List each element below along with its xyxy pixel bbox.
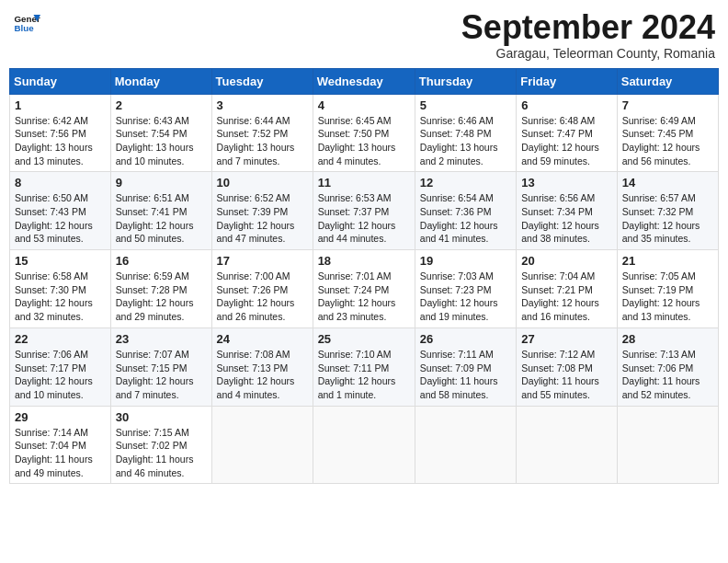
calendar-cell: 9Sunrise: 6:51 AMSunset: 7:41 PMDaylight… [110,172,211,250]
calendar-cell: 1Sunrise: 6:42 AMSunset: 7:56 PMDaylight… [10,94,111,172]
sunrise-label: Sunrise: 7:06 AM [15,349,88,360]
sunset-label: Sunset: 7:26 PM [217,284,289,295]
logo: General Blue [13,9,40,37]
sunset-label: Sunset: 7:02 PM [116,440,188,451]
cell-content: Sunrise: 6:44 AMSunset: 7:52 PMDaylight:… [217,114,308,168]
daylight-label: Daylight: 13 hours and 4 minutes. [318,142,396,167]
day-number: 3 [217,98,308,112]
location: Garagau, Teleorman County, Romania [461,46,715,61]
daylight-label: Daylight: 12 hours and 44 minutes. [318,220,396,245]
sunrise-label: Sunrise: 7:08 AM [217,349,290,360]
sunset-label: Sunset: 7:06 PM [622,362,694,373]
cell-content: Sunrise: 7:04 AMSunset: 7:21 PMDaylight:… [521,270,612,324]
calendar-week-row: 29Sunrise: 7:14 AMSunset: 7:04 PMDayligh… [10,406,719,484]
col-monday: Monday [110,68,211,94]
day-number: 18 [318,254,410,268]
svg-text:Blue: Blue [15,23,35,33]
sunrise-label: Sunrise: 7:14 AM [15,427,88,438]
cell-content: Sunrise: 6:46 AMSunset: 7:48 PMDaylight:… [420,114,511,168]
day-number: 11 [318,176,410,190]
sunrise-label: Sunrise: 7:05 AM [622,270,696,282]
day-number: 7 [622,98,713,112]
sunset-label: Sunset: 7:17 PM [15,362,86,373]
calendar-cell [211,406,313,484]
calendar-week-row: 1Sunrise: 6:42 AMSunset: 7:56 PMDaylight… [10,94,719,172]
sunrise-label: Sunrise: 6:59 AM [116,270,189,282]
calendar-cell: 2Sunrise: 6:43 AMSunset: 7:54 PMDaylight… [110,94,211,172]
calendar-cell: 7Sunrise: 6:49 AMSunset: 7:45 PMDaylight… [617,94,718,172]
calendar-cell: 16Sunrise: 6:59 AMSunset: 7:28 PMDayligh… [110,250,211,328]
calendar-cell: 4Sunrise: 6:45 AMSunset: 7:50 PMDaylight… [313,94,415,172]
day-number: 27 [521,332,612,346]
cell-content: Sunrise: 6:56 AMSunset: 7:34 PMDaylight:… [521,191,612,246]
cell-content: Sunrise: 7:06 AMSunset: 7:17 PMDaylight:… [15,348,106,402]
cell-content: Sunrise: 6:59 AMSunset: 7:28 PMDaylight:… [116,270,207,324]
day-number: 9 [116,176,207,190]
sunrise-label: Sunrise: 7:01 AM [318,270,392,282]
calendar-cell: 30Sunrise: 7:15 AMSunset: 7:02 PMDayligh… [110,406,211,484]
col-wednesday: Wednesday [313,68,415,94]
month-title: September 2024 [461,9,715,46]
calendar-cell: 13Sunrise: 6:56 AMSunset: 7:34 PMDayligh… [517,172,618,250]
cell-content: Sunrise: 7:00 AMSunset: 7:26 PMDaylight:… [217,270,308,324]
sunrise-label: Sunrise: 6:42 AM [15,115,88,126]
sunrise-label: Sunrise: 7:07 AM [116,349,189,360]
daylight-label: Daylight: 13 hours and 13 minutes. [15,142,93,167]
sunrise-label: Sunrise: 7:11 AM [420,349,494,360]
col-friday: Friday [517,68,618,94]
calendar-cell: 21Sunrise: 7:05 AMSunset: 7:19 PMDayligh… [617,250,718,328]
daylight-label: Daylight: 12 hours and 50 minutes. [116,220,194,245]
cell-content: Sunrise: 7:05 AMSunset: 7:19 PMDaylight:… [622,270,713,324]
daylight-label: Daylight: 12 hours and 26 minutes. [217,297,295,322]
calendar-cell: 29Sunrise: 7:14 AMSunset: 7:04 PMDayligh… [10,406,111,484]
sunset-label: Sunset: 7:09 PM [420,362,492,373]
sunset-label: Sunset: 7:39 PM [217,206,289,217]
col-sunday: Sunday [10,68,111,94]
calendar-week-row: 8Sunrise: 6:50 AMSunset: 7:43 PMDaylight… [10,172,719,250]
daylight-label: Daylight: 12 hours and 59 minutes. [521,142,599,167]
daylight-label: Daylight: 13 hours and 10 minutes. [116,142,194,167]
sunset-label: Sunset: 7:23 PM [420,284,492,295]
cell-content: Sunrise: 6:54 AMSunset: 7:36 PMDaylight:… [420,191,511,246]
sunset-label: Sunset: 7:08 PM [521,362,593,373]
day-number: 21 [622,254,713,268]
calendar-cell: 11Sunrise: 6:53 AMSunset: 7:37 PMDayligh… [313,172,415,250]
day-number: 26 [420,332,511,346]
daylight-label: Daylight: 12 hours and 38 minutes. [521,220,599,245]
cell-content: Sunrise: 7:07 AMSunset: 7:15 PMDaylight:… [116,348,207,402]
sunset-label: Sunset: 7:41 PM [116,206,188,217]
daylight-label: Daylight: 12 hours and 4 minutes. [217,375,295,400]
day-number: 30 [116,410,207,424]
daylight-label: Daylight: 12 hours and 16 minutes. [521,297,599,322]
sunset-label: Sunset: 7:24 PM [318,284,390,295]
day-number: 23 [116,332,207,346]
cell-content: Sunrise: 6:52 AMSunset: 7:39 PMDaylight:… [217,191,308,246]
daylight-label: Daylight: 12 hours and 35 minutes. [622,220,700,245]
day-number: 10 [217,176,308,190]
cell-content: Sunrise: 6:48 AMSunset: 7:47 PMDaylight:… [521,114,612,168]
sunset-label: Sunset: 7:48 PM [420,128,492,139]
sunset-label: Sunset: 7:34 PM [521,206,593,217]
day-number: 1 [15,98,106,112]
daylight-label: Daylight: 11 hours and 58 minutes. [420,375,498,400]
sunset-label: Sunset: 7:37 PM [318,206,390,217]
sunrise-label: Sunrise: 6:56 AM [521,192,595,203]
day-number: 25 [318,332,410,346]
calendar-cell: 17Sunrise: 7:00 AMSunset: 7:26 PMDayligh… [211,250,313,328]
cell-content: Sunrise: 7:12 AMSunset: 7:08 PMDaylight:… [521,348,612,402]
calendar-cell: 24Sunrise: 7:08 AMSunset: 7:13 PMDayligh… [211,327,313,406]
day-number: 4 [318,98,410,112]
day-number: 12 [420,176,511,190]
sunrise-label: Sunrise: 7:12 AM [521,349,595,360]
sunset-label: Sunset: 7:32 PM [622,206,694,217]
day-number: 5 [420,98,511,112]
day-number: 2 [116,98,207,112]
logo-icon: General Blue [13,9,40,37]
cell-content: Sunrise: 6:51 AMSunset: 7:41 PMDaylight:… [116,191,207,246]
daylight-label: Daylight: 12 hours and 53 minutes. [15,220,93,245]
calendar-cell: 5Sunrise: 6:46 AMSunset: 7:48 PMDaylight… [415,94,516,172]
day-number: 22 [15,332,106,346]
cell-content: Sunrise: 6:53 AMSunset: 7:37 PMDaylight:… [318,191,410,246]
calendar-cell [313,406,415,484]
calendar-table: Sunday Monday Tuesday Wednesday Thursday… [9,68,719,485]
